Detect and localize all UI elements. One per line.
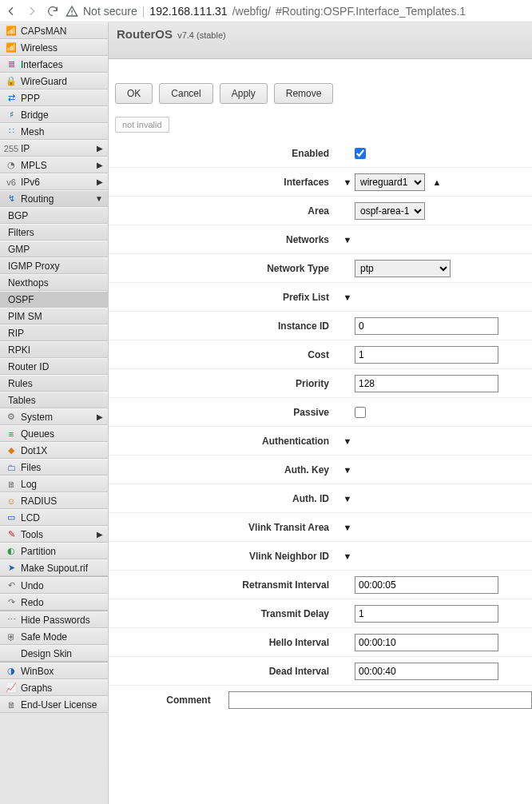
main: RouterOS v7.4 (stable) OK Cancel Apply R… (109, 22, 532, 804)
sidebar-item-label: Queues (21, 428, 103, 440)
retransmit-interval-input[interactable] (355, 576, 498, 594)
ok-button[interactable]: OK (115, 83, 153, 104)
sidebar-item-label: Mesh (21, 126, 103, 137)
sidebar-item-bridge[interactable]: ♯Bridge (0, 106, 108, 123)
collapse-icon[interactable]: ▼ (340, 235, 355, 245)
sidebar-item-ip[interactable]: 255IP▶ (0, 140, 108, 157)
sidebar-item-label: Partition (21, 546, 103, 557)
sidebar-subitem-ospf[interactable]: OSPF (0, 291, 108, 308)
sidebar-item-mesh[interactable]: ∷Mesh (0, 123, 108, 140)
sidebar-subitem-rpki[interactable]: RPKI (0, 341, 108, 358)
sidebar-subitem-pim-sm[interactable]: PIM SM (0, 308, 108, 324)
dead-interval-input[interactable] (355, 663, 498, 680)
label-area: Area (109, 205, 340, 217)
sidebar-item-label: LCD (21, 512, 103, 523)
label-vlink-transit-area: Vlink Transit Area (109, 522, 340, 533)
remove-button[interactable]: Remove (274, 83, 334, 104)
sidebar-item-label: WireGuard (21, 76, 103, 87)
sidebar-item-wireguard[interactable]: 🔒WireGuard (0, 73, 108, 90)
transmit-delay-input[interactable] (355, 605, 498, 623)
collapse-icon[interactable]: ▼ (340, 551, 355, 561)
collapse-icon[interactable]: ▼ (340, 436, 355, 446)
sidebar-subitem-bgp[interactable]: BGP (0, 207, 108, 224)
priority-input[interactable] (355, 375, 498, 392)
sidebar-item-redo[interactable]: ↷Redo (0, 594, 108, 611)
passive-checkbox[interactable] (355, 407, 366, 418)
hide-passwords-icon: ⋯ (5, 614, 18, 627)
sidebar-item-undo[interactable]: ↶Undo (0, 577, 108, 594)
interfaces-select[interactable]: wireguard1 (355, 173, 425, 191)
instance-id-input[interactable] (355, 317, 498, 335)
sidebar-item-ppp[interactable]: ⇄PPP (0, 90, 108, 106)
forward-icon[interactable] (26, 5, 38, 18)
sidebar-subitem-rules[interactable]: Rules (0, 375, 108, 392)
sidebar-item-ipv6[interactable]: v6IPv6▶ (0, 173, 108, 190)
sidebar-item-end-user-license[interactable]: 🗎End-User License (0, 696, 108, 713)
network-type-select[interactable]: ptp (355, 260, 451, 277)
expand-up-icon[interactable]: ▲ (430, 177, 444, 187)
sidebar-item-label: CAPsMAN (21, 26, 103, 37)
sidebar-item-label: End-User License (21, 699, 103, 710)
area-select[interactable]: ospf-area-1 (355, 202, 425, 220)
label-retransmit-interval: Retransmit Interval (109, 579, 340, 591)
sidebar-subitem-filters[interactable]: Filters (0, 224, 108, 241)
cancel-button[interactable]: Cancel (159, 83, 212, 104)
sidebar-subitem-tables[interactable]: Tables (0, 392, 108, 408)
back-icon[interactable] (5, 5, 18, 18)
sidebar-item-winbox[interactable]: ◑WinBox (0, 663, 108, 679)
label-hello-interval: Hello Interval (109, 637, 340, 648)
collapse-icon[interactable]: ▼ (340, 293, 355, 302)
comment-input[interactable] (228, 691, 532, 709)
collapse-icon[interactable]: ▼ (340, 523, 355, 532)
sidebar-item-lcd[interactable]: ▭LCD (0, 509, 108, 526)
sidebar-item-tools[interactable]: ✎Tools▶ (0, 526, 108, 543)
system-icon: ⚙ (5, 411, 18, 424)
sidebar-item-partition[interactable]: ◐Partition (0, 543, 108, 559)
sidebar-item-safe-mode[interactable]: ⛨Safe Mode (0, 628, 108, 645)
label-passive: Passive (109, 407, 340, 418)
sidebar-item-system[interactable]: ⚙System▶ (0, 408, 108, 425)
url-host[interactable]: 192.168.111.31 (149, 5, 227, 18)
collapse-icon[interactable]: ▼ (340, 465, 355, 475)
sidebar-item-mpls[interactable]: ◔MPLS▶ (0, 157, 108, 173)
sidebar-item-routing[interactable]: ↯Routing▼ (0, 190, 108, 207)
sidebar-item-graphs[interactable]: 📈Graphs (0, 679, 108, 696)
sidebar-item-make-supout-rif[interactable]: ➤Make Supout.rif (0, 559, 108, 576)
sidebar-item-log[interactable]: 🗎Log (0, 476, 108, 492)
sidebar-subitem-router-id[interactable]: Router ID (0, 358, 108, 375)
label-cost: Cost (109, 349, 340, 360)
sidebar: 📶CAPsMAN📶Wireless≣Interfaces🔒WireGuard⇄P… (0, 22, 109, 804)
chevron-right-icon: ▶ (97, 412, 103, 421)
sidebar-item-capsman[interactable]: 📶CAPsMAN (0, 22, 108, 39)
sidebar-item-label: IP (21, 143, 97, 154)
sidebar-item-wireless[interactable]: 📶Wireless (0, 39, 108, 56)
enabled-checkbox[interactable] (355, 148, 366, 159)
hello-interval-input[interactable] (355, 634, 498, 651)
sidebar-item-files[interactable]: 🗀Files (0, 459, 108, 476)
apply-button[interactable]: Apply (220, 83, 268, 104)
log-icon: 🗎 (5, 478, 18, 491)
sidebar-item-radius[interactable]: ☺RADIUS (0, 492, 108, 509)
sidebar-item-label: Graphs (21, 683, 103, 694)
not-secure-icon[interactable] (66, 5, 78, 18)
collapse-icon[interactable]: ▼ (340, 494, 355, 503)
status-not-invalid: not invalid (115, 117, 169, 133)
sidebar-subitem-gmp[interactable]: GMP (0, 241, 108, 257)
end-user-license-icon: 🗎 (5, 699, 18, 711)
wireguard-icon: 🔒 (5, 75, 18, 88)
refresh-icon[interactable] (46, 5, 59, 18)
wireless-icon: 📶 (5, 42, 18, 54)
sidebar-item-queues[interactable]: ≡Queues (0, 425, 108, 442)
sidebar-subitem-igmp-proxy[interactable]: IGMP Proxy (0, 257, 108, 274)
collapse-icon[interactable]: ▼ (340, 177, 355, 187)
sidebar-item-hide-passwords[interactable]: ⋯Hide Passwords (0, 611, 108, 628)
sidebar-subitem-nexthops[interactable]: Nexthops (0, 274, 108, 291)
tools-icon: ✎ (5, 528, 18, 541)
routing-icon: ↯ (5, 193, 18, 205)
sidebar-item-interfaces[interactable]: ≣Interfaces (0, 56, 108, 73)
sidebar-subitem-rip[interactable]: RIP (0, 324, 108, 341)
cost-input[interactable] (355, 346, 498, 364)
sidebar-item-design-skin[interactable]: Design Skin (0, 645, 108, 662)
winbox-icon: ◑ (5, 665, 18, 678)
sidebar-item-dot1x[interactable]: ◆Dot1X (0, 442, 108, 459)
